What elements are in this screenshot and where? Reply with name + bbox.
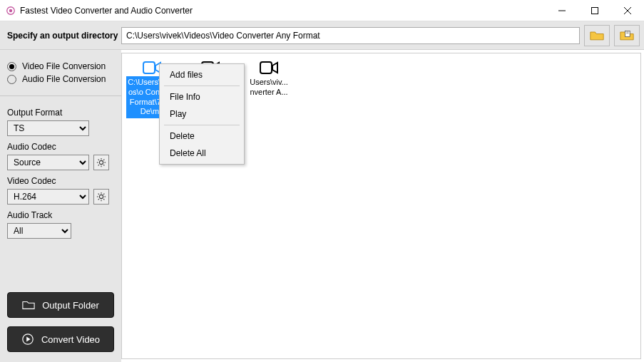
output-directory-input[interactable]	[121, 27, 580, 44]
sidebar: Video File Conversion Audio File Convers…	[0, 50, 121, 362]
svg-line-17	[103, 160, 104, 160]
output-format-label: Output Format	[7, 108, 114, 118]
svg-rect-3	[592, 7, 598, 14]
maximize-button[interactable]	[578, 0, 611, 21]
svg-rect-6	[625, 31, 630, 36]
menu-separator	[164, 86, 240, 86]
svg-point-1	[9, 9, 12, 11]
radio-checked-icon	[7, 62, 16, 71]
audio-conversion-radio[interactable]: Audio File Conversion	[7, 74, 114, 84]
file-area[interactable]: C:\Users\Videos\o Conv\An Format\7241De\…	[121, 53, 641, 359]
video-conversion-radio[interactable]: Video File Conversion	[7, 61, 114, 71]
app-title: Fastest Video Converter and Audio Conver…	[20, 6, 546, 16]
menu-play[interactable]: Play	[160, 105, 244, 123]
menu-separator	[164, 125, 240, 125]
audio-codec-select[interactable]: Source	[7, 155, 89, 170]
svg-line-24	[103, 199, 104, 200]
audio-codec-settings-button[interactable]	[93, 155, 109, 170]
video-file-icon	[243, 61, 295, 75]
browse-output-folder-button[interactable]	[584, 25, 610, 46]
video-conversion-label: Video File Conversion	[22, 61, 106, 71]
audio-track-label: Audio Track	[7, 210, 114, 220]
convert-video-button-label: Convert Video	[41, 334, 100, 345]
output-folder-button-label: Output Folder	[42, 300, 99, 311]
app-icon	[6, 6, 16, 16]
svg-line-16	[98, 165, 99, 165]
audio-track-select[interactable]: All	[7, 223, 71, 239]
context-menu: Add files File Info Play Delete Delete A…	[159, 63, 245, 165]
menu-delete-all[interactable]: Delete All	[160, 145, 244, 162]
svg-line-23	[98, 194, 99, 195]
video-codec-select[interactable]: H.264	[7, 189, 89, 205]
titlebar: Fastest Video Converter and Audio Conver…	[0, 0, 644, 21]
svg-point-9	[99, 160, 103, 164]
output-directory-label: Specify an output directory	[7, 31, 121, 41]
video-codec-settings-button[interactable]	[93, 189, 109, 205]
svg-rect-28	[143, 62, 155, 73]
menu-file-info[interactable]: File Info	[160, 88, 244, 105]
svg-line-14	[98, 160, 99, 160]
file-item[interactable]: Users\viv... nverter A...	[243, 61, 295, 99]
minimize-button[interactable]	[546, 0, 578, 21]
radio-unchecked-icon	[7, 75, 16, 84]
menu-add-files[interactable]: Add files	[160, 66, 244, 83]
close-button[interactable]	[611, 0, 644, 21]
output-folder-button[interactable]: Output Folder	[7, 292, 114, 318]
output-directory-bar: Specify an output directory	[0, 21, 644, 50]
svg-rect-30	[260, 62, 272, 73]
convert-video-button[interactable]: Convert Video	[7, 326, 114, 352]
audio-codec-label: Audio Codec	[7, 142, 114, 152]
output-format-select[interactable]: TS	[7, 120, 89, 136]
svg-point-18	[99, 195, 103, 198]
video-codec-label: Video Codec	[7, 176, 114, 186]
open-output-folder-button[interactable]	[614, 25, 640, 46]
svg-line-26	[103, 194, 104, 195]
menu-delete[interactable]: Delete	[160, 128, 244, 145]
svg-line-25	[98, 199, 99, 200]
audio-conversion-label: Audio File Conversion	[22, 74, 106, 84]
svg-line-15	[103, 165, 104, 165]
file-caption: Users\viv... nverter A...	[243, 76, 295, 99]
